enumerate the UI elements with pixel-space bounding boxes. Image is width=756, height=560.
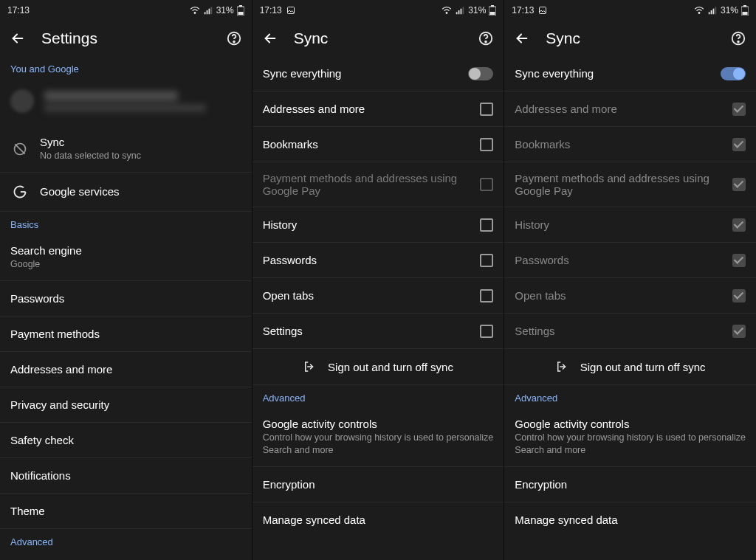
payment-gpay-checkbox[interactable] [480,178,493,191]
svg-rect-15 [461,9,462,15]
back-button[interactable] [510,27,534,50]
svg-rect-3 [208,9,210,15]
bookmarks-checkbox[interactable] [732,138,746,151]
sync-content: Sync everything Addresses and more Bookm… [252,56,504,560]
google-activity-sub: Control how your browsing history is use… [263,432,494,457]
passwords-checkbox[interactable] [732,254,746,267]
settings-label: Settings [515,325,722,337]
sync-everything-label: Sync everything [515,67,710,80]
signout-icon [555,360,568,373]
sync-everything-toggle[interactable] [721,67,746,80]
status-right: 31% [441,5,496,15]
privacy-row[interactable]: Privacy and security [0,387,252,423]
addresses-row[interactable]: Addresses and more [0,352,252,387]
sync-everything-label: Sync everything [263,67,458,80]
passwords-label: Passwords [263,254,470,266]
sync-everything-toggle[interactable] [468,67,493,80]
title-bar: Settings [0,21,252,56]
sync-everything-row[interactable]: Sync everything [504,56,756,91]
addresses-row[interactable]: Addresses and more [252,91,504,127]
help-button[interactable] [222,27,246,50]
image-notif-icon [286,6,295,15]
addresses-row[interactable]: Addresses and more [504,91,756,127]
back-button[interactable] [258,27,282,50]
passwords-row[interactable]: Passwords [252,243,504,278]
sign-out-row[interactable]: Sign out and turn off sync [504,349,756,385]
svg-rect-4 [210,7,212,14]
bookmarks-row[interactable]: Bookmarks [504,127,756,162]
encryption-row[interactable]: Encryption [252,467,504,502]
svg-rect-24 [709,12,710,14]
sign-out-row[interactable]: Sign out and turn off sync [252,349,504,385]
history-row[interactable]: History [252,207,504,243]
svg-point-9 [233,41,235,43]
google-activity-row[interactable]: Google activity controls Control how you… [252,408,504,467]
svg-rect-2 [206,10,207,14]
help-button[interactable] [474,27,498,50]
svg-rect-22 [540,7,546,14]
svg-rect-29 [743,5,746,7]
passwords-checkbox[interactable] [480,254,493,267]
addresses-checkbox[interactable] [732,103,746,116]
settings-content: You and Google Sync No data selected to … [0,56,252,560]
settings-checkbox[interactable] [732,325,746,338]
wifi-icon [441,5,452,15]
payment-methods-row[interactable]: Payment methods [0,317,252,352]
notifications-row[interactable]: Notifications [0,458,252,494]
svg-point-32 [738,41,739,43]
sync-everything-row[interactable]: Sync everything [252,56,504,91]
encryption-row[interactable]: Encryption [504,467,756,502]
payment-gpay-checkbox[interactable] [732,178,746,191]
open-tabs-row[interactable]: Open tabs [252,278,504,314]
sign-out-label: Sign out and turn off sync [580,361,706,373]
section-you-and-google: You and Google [0,56,252,79]
open-tabs-checkbox[interactable] [480,289,493,303]
page-title: Settings [41,30,210,47]
bookmarks-row[interactable]: Bookmarks [252,127,504,162]
passwords-row[interactable]: Passwords [0,281,252,317]
privacy-label: Privacy and security [10,398,241,411]
payment-methods-label: Payment methods [10,328,241,340]
avatar [10,89,34,113]
history-label: History [263,218,470,231]
settings-row[interactable]: Settings [252,314,504,349]
section-advanced: Advanced [0,529,252,552]
back-button[interactable] [6,27,30,50]
svg-point-23 [698,13,700,14]
section-advanced: Advanced [252,385,504,408]
settings-row[interactable]: Settings [504,314,756,349]
history-checkbox[interactable] [732,218,746,232]
bookmarks-checkbox[interactable] [480,138,493,151]
payment-gpay-row[interactable]: Payment methods and addresses using Goog… [504,162,756,207]
theme-label: Theme [10,505,241,517]
page-title: Sync [546,30,715,47]
bookmarks-label: Bookmarks [263,138,470,151]
google-services-row[interactable]: Google services [0,173,252,212]
settings-checkbox[interactable] [480,325,493,338]
manage-synced-row[interactable]: Manage synced data [252,502,504,538]
search-engine-row[interactable]: Search engine Google [0,235,252,281]
battery-icon [237,5,244,15]
open-tabs-row[interactable]: Open tabs [504,278,756,314]
google-g-icon [10,182,30,201]
page-title: Sync [294,30,463,47]
google-activity-row[interactable]: Google activity controls Control how you… [504,408,756,467]
open-tabs-checkbox[interactable] [732,289,746,303]
title-bar: Sync [252,21,504,56]
payment-gpay-row[interactable]: Payment methods and addresses using Goog… [252,162,504,207]
history-checkbox[interactable] [480,218,493,232]
history-row[interactable]: History [504,207,756,243]
account-row[interactable] [0,79,252,126]
help-button[interactable] [726,27,750,50]
addresses-checkbox[interactable] [480,103,493,116]
safety-check-row[interactable]: Safety check [0,423,252,458]
arrow-left-icon [514,30,530,46]
sync-row[interactable]: Sync No data selected to sync [0,126,252,173]
passwords-row[interactable]: Passwords [504,243,756,278]
manage-synced-row[interactable]: Manage synced data [504,502,756,538]
svg-rect-13 [456,12,458,14]
section-basics: Basics [0,212,252,235]
theme-row[interactable]: Theme [0,494,252,529]
svg-rect-14 [458,10,460,14]
addresses-label: Addresses and more [263,103,470,115]
